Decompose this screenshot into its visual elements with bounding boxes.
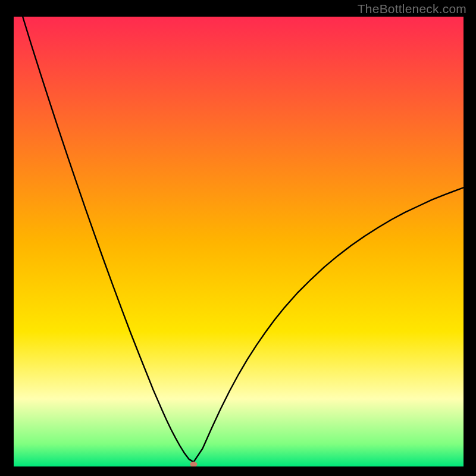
chart-svg <box>14 17 464 466</box>
chart-container: TheBottleneck.com <box>0 0 476 476</box>
plot-area <box>14 17 464 466</box>
gradient-background <box>14 17 464 466</box>
watermark-text: TheBottleneck.com <box>358 2 466 16</box>
